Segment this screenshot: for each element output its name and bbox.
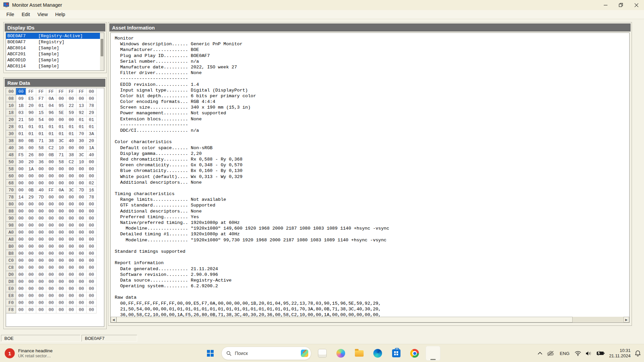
- hex-cell[interactable]: 00: [76, 222, 87, 229]
- hex-cell[interactable]: 00: [87, 229, 97, 236]
- hex-cell[interactable]: 00: [36, 215, 46, 222]
- search-input[interactable]: Поиск: [221, 347, 311, 360]
- hex-cell[interactable]: 01: [46, 130, 56, 137]
- hex-cell[interactable]: 38: [66, 152, 76, 159]
- menu-edit[interactable]: Edit: [18, 11, 34, 18]
- hex-cell[interactable]: 04: [46, 102, 56, 109]
- hex-row-label[interactable]: 48: [6, 152, 16, 159]
- hex-cell[interactable]: F7: [36, 95, 46, 102]
- hex-cell[interactable]: 26: [26, 152, 36, 159]
- hex-cell[interactable]: 00: [56, 201, 66, 208]
- hex-cell[interactable]: 30: [16, 159, 26, 166]
- hex-cell[interactable]: 00: [56, 278, 66, 285]
- hex-cell[interactable]: 00: [16, 229, 26, 236]
- hex-cell[interactable]: 00: [16, 292, 26, 299]
- display-ids-list[interactable]: BOE0AF7[Registry-Active]BOE0AF7[Registry…: [6, 33, 104, 71]
- hex-row-label[interactable]: 28: [6, 123, 16, 130]
- tray-chevron-up-icon[interactable]: [538, 352, 542, 355]
- hex-cell[interactable]: 95: [56, 102, 66, 109]
- hex-cell[interactable]: 00: [56, 229, 66, 236]
- hex-row-label[interactable]: F8: [6, 306, 16, 313]
- hex-cell[interactable]: 00: [16, 264, 26, 271]
- display-id-item[interactable]: ABCF201[Sample]: [6, 51, 104, 57]
- search-highlights-icon[interactable]: [301, 350, 308, 357]
- hex-cell[interactable]: 00: [87, 222, 97, 229]
- hex-cell[interactable]: 01: [76, 123, 87, 130]
- hex-cell[interactable]: C2: [46, 144, 56, 152]
- hex-cell[interactable]: 00: [26, 180, 36, 187]
- hex-cell[interactable]: 00: [76, 271, 87, 278]
- hex-cell[interactable]: 00: [76, 215, 87, 222]
- hex-row-label[interactable]: D8: [6, 278, 16, 285]
- hex-cell[interactable]: 7D: [36, 194, 46, 201]
- display-id-item[interactable]: ABC8014[Sample]: [6, 45, 104, 51]
- hex-row-label[interactable]: B8: [6, 250, 16, 257]
- hex-cell[interactable]: 00: [56, 208, 66, 215]
- hex-cell[interactable]: 00: [16, 88, 26, 95]
- hex-cell[interactable]: 00: [66, 116, 76, 123]
- hex-cell[interactable]: 00: [16, 215, 26, 222]
- hex-cell[interactable]: 20: [87, 137, 97, 144]
- asset-scroll-thumb[interactable]: [116, 317, 573, 322]
- hex-row-label[interactable]: B0: [6, 243, 16, 250]
- hex-cell[interactable]: 00: [46, 173, 56, 180]
- hex-cell[interactable]: 00: [87, 292, 97, 299]
- hex-cell[interactable]: 00: [56, 306, 66, 313]
- hex-cell[interactable]: 00: [76, 292, 87, 299]
- hex-row-label[interactable]: F0: [6, 299, 16, 306]
- hex-cell[interactable]: 00: [87, 278, 97, 285]
- hex-cell[interactable]: 00: [16, 271, 26, 278]
- news-notification[interactable]: 1 Finance headline UK retail sector…: [5, 344, 53, 362]
- language-indicator[interactable]: ENG: [559, 351, 570, 356]
- hex-cell[interactable]: 00: [16, 257, 26, 264]
- hex-cell[interactable]: 00: [76, 306, 87, 313]
- scroll-right-arrow-icon[interactable]: ▶: [624, 317, 629, 322]
- hex-cell[interactable]: 00: [76, 201, 87, 208]
- hex-cell[interactable]: 00: [66, 144, 76, 152]
- hex-cell[interactable]: 00: [46, 306, 56, 313]
- minimize-button[interactable]: [598, 0, 613, 10]
- hex-cell[interactable]: 00: [16, 299, 26, 306]
- hex-cell[interactable]: 00: [66, 222, 76, 229]
- hex-cell[interactable]: 01: [16, 123, 26, 130]
- hex-cell[interactable]: 00: [87, 159, 97, 166]
- hex-cell[interactable]: 01: [36, 130, 46, 137]
- hex-row-label[interactable]: A0: [6, 229, 16, 236]
- hex-cell[interactable]: 00: [16, 180, 26, 187]
- hex-cell[interactable]: 00: [36, 208, 46, 215]
- asset-horizontal-scrollbar[interactable]: ◀ ▶: [111, 317, 629, 322]
- hex-cell[interactable]: 1B: [16, 102, 26, 109]
- hex-cell[interactable]: 00: [46, 271, 56, 278]
- hex-cell[interactable]: FF: [46, 88, 56, 95]
- hex-cell[interactable]: 00: [76, 257, 87, 264]
- hex-cell[interactable]: 00: [26, 278, 36, 285]
- hex-cell[interactable]: 00: [76, 166, 87, 173]
- hex-cell[interactable]: 00: [76, 144, 87, 152]
- hex-cell[interactable]: 00: [76, 278, 87, 285]
- hex-row-label[interactable]: 80: [6, 201, 16, 208]
- hex-cell[interactable]: FF: [26, 88, 36, 95]
- hex-cell[interactable]: 01: [66, 130, 76, 137]
- hex-cell[interactable]: 00: [56, 194, 66, 201]
- hex-cell[interactable]: 00: [36, 264, 46, 271]
- hex-cell[interactable]: 00: [56, 173, 66, 180]
- hex-cell[interactable]: 01: [87, 123, 97, 130]
- hex-cell[interactable]: 80: [16, 137, 26, 144]
- hex-cell[interactable]: 00: [87, 285, 97, 292]
- hex-cell[interactable]: 78: [87, 194, 97, 201]
- hex-cell[interactable]: 22: [66, 102, 76, 109]
- hex-cell[interactable]: 00: [76, 243, 87, 250]
- hex-cell[interactable]: 00: [76, 299, 87, 306]
- hex-cell[interactable]: 00: [87, 271, 97, 278]
- hex-cell[interactable]: 3A: [87, 130, 97, 137]
- hex-cell[interactable]: 00: [66, 201, 76, 208]
- hex-cell[interactable]: 38: [46, 137, 56, 144]
- hex-cell[interactable]: 00: [36, 229, 46, 236]
- hex-cell[interactable]: 00: [36, 243, 46, 250]
- hex-cell[interactable]: F5: [16, 152, 26, 159]
- taskbar-app-monitor-asset-manager[interactable]: [426, 346, 440, 361]
- hex-cell[interactable]: 0A: [56, 187, 66, 194]
- taskbar-app-copilot[interactable]: [333, 346, 348, 361]
- hex-cell[interactable]: 01: [36, 123, 46, 130]
- hex-cell[interactable]: 00: [46, 222, 56, 229]
